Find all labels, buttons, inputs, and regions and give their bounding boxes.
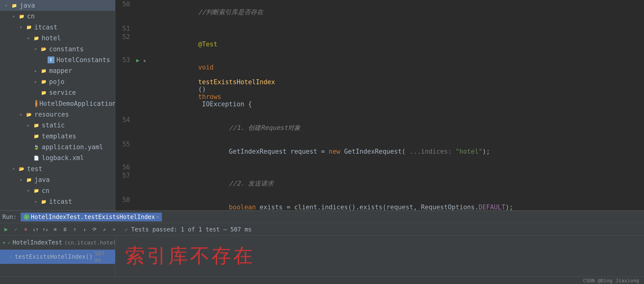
tree-label-itcast: itcast — [34, 23, 58, 32]
line-num-54: 54 — [115, 116, 135, 140]
line-content-56 — [147, 163, 644, 171]
tree-item-test-java[interactable]: 📁 java — [0, 174, 115, 185]
pass-indicator: ✓ Tests passed: 1 of 1 test – 507 ms — [125, 226, 252, 233]
code-line-51: 51 — [115, 24, 644, 33]
gutter-50 — [135, 0, 147, 24]
stop-btn[interactable]: ⊗ — [22, 225, 30, 233]
test-result-area: ▾ ✓ HotelIndexTest (cn.itcast.hotel) 507… — [0, 235, 644, 277]
tree-item-test-itcast[interactable]: 📁 itcast — [0, 196, 115, 207]
line-content-51 — [147, 24, 644, 33]
tree-item-hotelconstants[interactable]: C HotelConstants — [0, 55, 115, 65]
line-num-55: 55 — [115, 140, 135, 163]
flat-view-btn[interactable]: ≡ — [51, 225, 59, 233]
code-line-54: 54 //1. 创建Request对象 — [115, 116, 644, 140]
java-icon-hoteldemoapplication: ☕ — [35, 100, 37, 107]
code-line-53: 53 ▶ ◈ void testExistsHotelIndex () thro… — [115, 56, 644, 116]
string-hotel: "hotel" — [456, 148, 482, 155]
gutter-51 — [135, 24, 147, 33]
tree-item-cn[interactable]: 📁 cn — [0, 11, 115, 22]
arrow-static — [27, 122, 32, 128]
line-num-53: 53 — [115, 56, 135, 116]
content-area: 📁 java 📁 cn 📁 itcast 📁 hotel — [0, 0, 644, 210]
tree-label-mapper: mapper — [49, 66, 72, 75]
arrow-hotel — [27, 35, 32, 41]
test-class-label: HotelIndexTest — [12, 239, 62, 246]
gutter-57 — [135, 171, 147, 196]
main-container: 📁 java 📁 cn 📁 itcast 📁 hotel — [0, 0, 644, 284]
folder-icon-static: 📁 — [33, 122, 40, 129]
tree-item-constants[interactable]: 📂 constants — [0, 44, 115, 55]
class-icon-hotelconstants: C — [48, 57, 54, 63]
gutter-52 — [135, 33, 147, 56]
tree-item-test[interactable]: 📂 test — [0, 163, 115, 174]
tree-item-templates[interactable]: 📁 templates — [0, 131, 115, 142]
folder-icon-java: 📁 — [11, 2, 18, 9]
tree-item-itcast[interactable]: 📁 itcast — [0, 22, 115, 33]
folder-icon-test-cn: 📁 — [33, 187, 40, 194]
tree-item-service[interactable]: 📁 service — [0, 87, 115, 98]
text-58b: exists = client.indices().exists(request… — [256, 203, 479, 210]
tree-label-test-cn: cn — [42, 186, 49, 195]
test-method-time: 507 ms — [95, 251, 112, 263]
refresh-btn[interactable]: ⟳ — [90, 225, 98, 233]
tree-item-hoteldemoapplication[interactable]: ☕ HotelDemoApplication — [0, 98, 115, 109]
run-tab-bar: Run: ✓ HotelIndexTest.testExistsHotelInd… — [0, 211, 644, 223]
gutter-53: ▶ ◈ — [135, 56, 147, 116]
line-content-55: GetIndexRequest request = new GetIndexRe… — [147, 140, 644, 163]
tree-label-cn: cn — [27, 12, 34, 21]
arrow-cn — [12, 13, 17, 19]
run-tab-icon: ✓ — [24, 214, 30, 220]
tree-item-mapper[interactable]: 📁 mapper — [0, 65, 115, 76]
tree-label-templates: templates — [42, 132, 76, 141]
comment-57: //2. 发送请求 — [198, 180, 274, 187]
tree-label-service: service — [49, 88, 76, 97]
folder-icon-mapper: 📁 — [40, 68, 47, 74]
tree-item-static[interactable]: 📁 static — [0, 120, 115, 131]
tree-item-logbackxml[interactable]: 📄 logback.xml — [0, 152, 115, 163]
tree-item-resources[interactable]: 📂 resources — [0, 109, 115, 120]
next-btn[interactable]: ↓ — [80, 225, 89, 233]
comment-54: //1. 创建 — [198, 124, 261, 131]
line-num-56: 56 — [115, 163, 135, 171]
tree-label-static: static — [42, 121, 65, 130]
tree-view-btn[interactable]: ≣ — [61, 225, 69, 233]
arrow-test-java — [20, 177, 24, 183]
prev-btn[interactable]: ↑ — [71, 225, 79, 233]
close-tab-btn[interactable]: ✕ — [156, 214, 159, 219]
arrow-test-cn — [27, 187, 32, 194]
space-55c — [452, 148, 456, 155]
code-line-50: 50 //判断索引库是否存在 — [115, 0, 644, 24]
check-btn[interactable]: ✓ — [12, 225, 20, 233]
more-btn[interactable]: » — [110, 225, 118, 233]
yaml-icon: 🍃 — [33, 144, 40, 150]
folder-icon-pojo: 📁 — [40, 78, 47, 85]
space-53a — [198, 71, 202, 78]
tree-item-java[interactable]: 📁 java — [0, 0, 115, 11]
tree-label-logbackxml: logback.xml — [42, 153, 84, 162]
code-line-56: 56 — [115, 163, 644, 171]
run-btn[interactable]: ▶ — [2, 225, 10, 233]
tree-label-java: java — [20, 1, 35, 10]
test-class-item[interactable]: ▾ ✓ HotelIndexTest (cn.itcast.hotel) 507… — [0, 235, 115, 250]
line-content-58: boolean exists = client.indices().exists… — [147, 196, 644, 210]
const-default: DEFAULT — [479, 203, 506, 210]
run-gutter-arrow[interactable]: ▶ — [136, 57, 139, 63]
tree-item-test-cn[interactable]: 📁 cn — [0, 185, 115, 196]
test-method-item[interactable]: ✓ testExistsHotelIndex() 507 ms — [0, 250, 115, 264]
run-tab[interactable]: ✓ HotelIndexTest.testExistsHotelIndex ✕ — [20, 213, 162, 221]
tree-label-test-itcast: itcast — [49, 197, 72, 206]
kw-new-55: new — [329, 148, 340, 155]
folder-icon-test: 📂 — [18, 165, 25, 172]
export-btn[interactable]: ↗ — [100, 225, 108, 233]
status-text: CSDN @Ding Jiaxiong — [583, 277, 639, 283]
tree-item-pojo[interactable]: 📁 pojo — [0, 76, 115, 87]
tree-item-appyaml[interactable]: 🍃 application.yaml — [0, 142, 115, 152]
sort-asc-btn[interactable]: ↓↑ — [32, 225, 40, 233]
tree-item-hotel[interactable]: 📁 hotel — [0, 33, 115, 44]
code-editor: 50 //判断索引库是否存在 51 52 @ — [115, 0, 644, 210]
sort-desc-btn[interactable]: ↑↓ — [41, 225, 50, 233]
paren-53: () — [198, 86, 210, 93]
tree-label-hotel: hotel — [42, 34, 61, 43]
folder-icon-resources: 📂 — [26, 111, 32, 118]
run-toolbar: ▶ ✓ ⊗ ↓↑ ↑↓ ≡ ≣ ↑ ↓ ⟳ ↗ » ✓ Tests passed… — [0, 223, 644, 235]
